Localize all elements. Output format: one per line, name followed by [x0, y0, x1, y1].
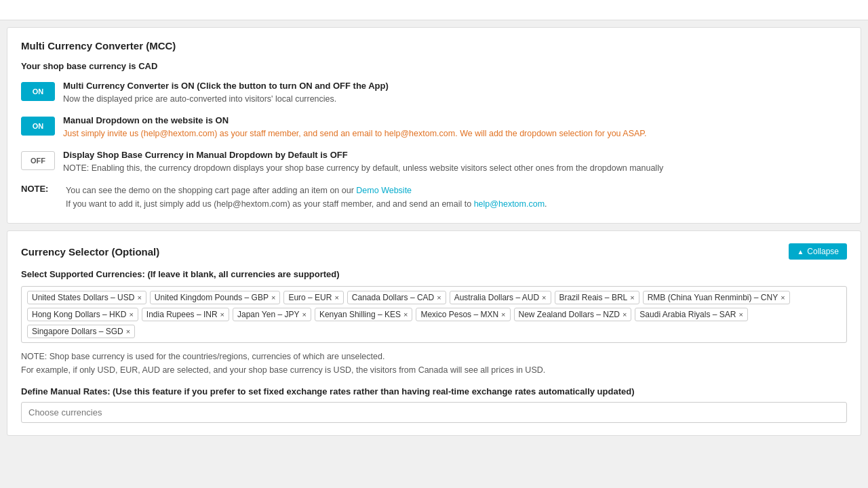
currency-tag: Singapore Dollars – SGD× — [27, 325, 135, 338]
mcc-title: Multi Currency Converter (MCC) — [21, 40, 847, 52]
section-header: Currency Selector (Optional) ▲ Collapse — [21, 243, 847, 260]
converter-desc: Now the displayed price are auto-convert… — [63, 93, 847, 106]
tag-label: RMB (China Yuan Renminbi) – CNY — [648, 293, 778, 302]
tag-label: New Zealand Dollars – NZD — [519, 310, 620, 319]
display-base-toggle[interactable]: OFF — [21, 151, 55, 170]
mcc-card: Multi Currency Converter (MCC) Your shop… — [7, 27, 861, 224]
currencies-note: NOTE: Shop base currency is used for the… — [21, 350, 847, 377]
tag-remove-button[interactable]: × — [623, 311, 627, 319]
note-row: NOTE: You can see the demo on the shoppi… — [21, 184, 847, 211]
tag-label: United Kingdom Pounds – GBP — [155, 293, 269, 302]
tag-remove-button[interactable]: × — [630, 294, 634, 302]
currency-selector-title: Currency Selector (Optional) — [21, 246, 159, 258]
tag-label: Kenyan Shilling – KES — [319, 310, 401, 319]
tag-remove-button[interactable]: × — [271, 294, 275, 302]
tag-remove-button[interactable]: × — [220, 311, 224, 319]
tag-label: Australia Dollars – AUD — [454, 293, 539, 302]
manual-dropdown-content: Manual Dropdown on the website is ON Jus… — [63, 115, 847, 140]
page-wrapper: Multi Currency Converter (MCC) Your shop… — [0, 20, 868, 443]
note-label: NOTE: — [21, 184, 62, 194]
manual-rates-label: Define Manual Rates: (Use this feature i… — [21, 386, 847, 396]
currency-tag: Japan Yen – JPY× — [233, 308, 311, 321]
tag-label: Hong Kong Dollars – HKD — [32, 310, 126, 319]
note-line2: If you want to add it, just simply add u… — [66, 197, 847, 211]
tag-label: Japan Yen – JPY — [237, 310, 299, 319]
tag-label: Singapore Dollars – SGD — [32, 327, 123, 336]
display-base-setting-row: OFF Display Shop Base Currency in Manual… — [21, 150, 847, 175]
currency-tag: Canada Dollars – CAD× — [347, 291, 446, 304]
converter-toggle[interactable]: ON — [21, 82, 55, 101]
manual-dropdown-toggle[interactable]: ON — [21, 117, 55, 136]
currency-tag: Brazil Reais – BRL× — [555, 291, 639, 304]
chevron-up-icon: ▲ — [797, 248, 804, 256]
tag-remove-button[interactable]: × — [129, 311, 133, 319]
currency-tag: Kenyan Shilling – KES× — [315, 308, 413, 321]
currency-tag: Saudi Arabia Riyals – SAR× — [635, 308, 748, 321]
currency-tag: RMB (China Yuan Renminbi) – CNY× — [643, 291, 790, 304]
currency-tag: United Kingdom Pounds – GBP× — [150, 291, 281, 304]
tag-remove-button[interactable]: × — [302, 311, 306, 319]
help-email-link[interactable]: help@hextom.com — [474, 199, 545, 209]
currency-tag: Euro – EUR× — [283, 291, 343, 304]
tag-label: Euro – EUR — [288, 293, 332, 302]
converter-label: Multi Currency Converter is ON (Click th… — [63, 81, 847, 91]
tag-remove-button[interactable]: × — [542, 294, 546, 302]
currency-tag: Hong Kong Dollars – HKD× — [27, 308, 138, 321]
currency-tag: Australia Dollars – AUD× — [450, 291, 551, 304]
invite-text: Just simply invite us (help@hextom.com) … — [63, 127, 847, 140]
note-content: You can see the demo on the shopping car… — [66, 184, 847, 211]
currency-tag: United States Dollars – USD× — [27, 291, 146, 304]
currency-tag: Mexico Pesos – MXN× — [416, 308, 510, 321]
manual-dropdown-label: Manual Dropdown on the website is ON — [63, 115, 847, 125]
tag-label: United States Dollars – USD — [32, 293, 134, 302]
tag-remove-button[interactable]: × — [403, 311, 408, 319]
supported-currencies-label: Select Supported Currencies: (If leave i… — [21, 269, 847, 279]
display-base-desc: NOTE: Enabling this, the currency dropdo… — [63, 162, 847, 175]
tag-label: Mexico Pesos – MXN — [420, 310, 498, 319]
invite-email-link[interactable]: help@hextom.com — [384, 129, 455, 138]
tag-label: Saudi Arabia Riyals – SAR — [639, 310, 736, 319]
converter-setting-row: ON Multi Currency Converter is ON (Click… — [21, 81, 847, 106]
demo-website-link[interactable]: Demo Website — [356, 186, 412, 195]
display-base-content: Display Shop Base Currency in Manual Dro… — [63, 150, 847, 175]
tag-remove-button[interactable]: × — [738, 311, 743, 319]
currency-tag: India Rupees – INR× — [142, 308, 229, 321]
tags-container: United States Dollars – USD×United Kingd… — [21, 286, 847, 343]
tag-remove-button[interactable]: × — [126, 328, 130, 336]
converter-setting-content: Multi Currency Converter is ON (Click th… — [63, 81, 847, 106]
tag-label: Brazil Reais – BRL — [559, 293, 628, 302]
currency-tag: New Zealand Dollars – NZD× — [514, 308, 632, 321]
display-base-label: Display Shop Base Currency in Manual Dro… — [63, 150, 847, 160]
choose-currencies-input[interactable] — [21, 402, 847, 423]
tag-remove-button[interactable]: × — [137, 294, 141, 302]
tag-remove-button[interactable]: × — [501, 311, 505, 319]
currency-selector-card: Currency Selector (Optional) ▲ Collapse … — [7, 230, 861, 436]
top-bar — [0, 0, 868, 20]
tag-remove-button[interactable]: × — [437, 294, 441, 302]
tag-label: Canada Dollars – CAD — [352, 293, 434, 302]
base-currency-note: Your shop base currency is CAD — [21, 61, 847, 71]
tag-label: India Rupees – INR — [146, 310, 218, 319]
note-line1: You can see the demo on the shopping car… — [66, 184, 847, 197]
collapse-button[interactable]: ▲ Collapse — [789, 243, 847, 260]
manual-dropdown-setting-row: ON Manual Dropdown on the website is ON … — [21, 115, 847, 140]
tag-remove-button[interactable]: × — [781, 294, 785, 302]
tag-remove-button[interactable]: × — [334, 294, 338, 302]
